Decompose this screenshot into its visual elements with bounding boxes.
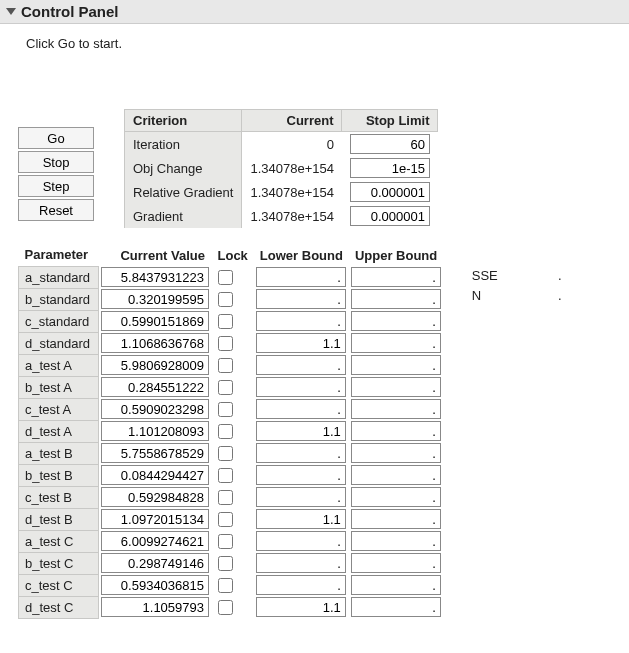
criteria-header-stop: Stop Limit — [342, 110, 438, 132]
param-lock-checkbox[interactable] — [218, 336, 233, 351]
sse-label: SSE — [472, 268, 498, 288]
param-lower-input[interactable] — [256, 377, 346, 397]
param-value-input[interactable] — [101, 355, 209, 375]
param-upper-input[interactable] — [351, 465, 441, 485]
param-value-input[interactable] — [101, 443, 209, 463]
param-value-input[interactable] — [101, 553, 209, 573]
param-lower-input[interactable] — [256, 487, 346, 507]
param-lock-checkbox[interactable] — [218, 314, 233, 329]
param-lock-checkbox[interactable] — [218, 468, 233, 483]
criteria-stop-input[interactable] — [350, 206, 430, 226]
param-value-input[interactable] — [101, 575, 209, 595]
param-value-input[interactable] — [101, 399, 209, 419]
param-upper-input[interactable] — [351, 267, 441, 287]
criteria-stop-input[interactable] — [350, 134, 430, 154]
param-lock-checkbox[interactable] — [218, 446, 233, 461]
param-value-input[interactable] — [101, 377, 209, 397]
param-lower-input[interactable] — [256, 531, 346, 551]
param-lower-input[interactable] — [256, 399, 346, 419]
param-upper-input[interactable] — [351, 421, 441, 441]
param-upper-input[interactable] — [351, 531, 441, 551]
param-value-input[interactable] — [101, 509, 209, 529]
param-lock-checkbox[interactable] — [218, 512, 233, 527]
criteria-row-label: Gradient — [125, 204, 242, 228]
param-name: b_standard — [19, 288, 99, 310]
param-name: c_test C — [19, 574, 99, 596]
param-lower-input[interactable] — [256, 553, 346, 573]
param-name: c_test B — [19, 486, 99, 508]
param-name: d_standard — [19, 332, 99, 354]
sse-value: . — [558, 268, 562, 288]
param-lock-checkbox[interactable] — [218, 270, 233, 285]
param-value-input[interactable] — [101, 421, 209, 441]
param-lower-input[interactable] — [256, 333, 346, 353]
param-upper-input[interactable] — [351, 509, 441, 529]
param-upper-input[interactable] — [351, 377, 441, 397]
param-header-parameter: Parameter — [19, 244, 99, 266]
param-lower-input[interactable] — [256, 311, 346, 331]
param-lock-checkbox[interactable] — [218, 358, 233, 373]
param-upper-input[interactable] — [351, 311, 441, 331]
param-lower-input[interactable] — [256, 267, 346, 287]
param-lower-input[interactable] — [256, 421, 346, 441]
stop-button[interactable]: Stop — [18, 151, 94, 173]
criteria-row-label: Obj Change — [125, 156, 242, 180]
param-value-input[interactable] — [101, 487, 209, 507]
criteria-row-current: 1.34078e+154 — [242, 156, 342, 180]
reset-button[interactable]: Reset — [18, 199, 94, 221]
param-name: d_test A — [19, 420, 99, 442]
param-name: a_standard — [19, 266, 99, 288]
param-lock-checkbox[interactable] — [218, 380, 233, 395]
param-lock-checkbox[interactable] — [218, 534, 233, 549]
param-value-input[interactable] — [101, 531, 209, 551]
criteria-row-current: 1.34078e+154 — [242, 180, 342, 204]
panel-header: Control Panel — [0, 0, 629, 24]
param-lower-input[interactable] — [256, 289, 346, 309]
go-button[interactable]: Go — [18, 127, 94, 149]
param-lock-checkbox[interactable] — [218, 490, 233, 505]
param-lock-checkbox[interactable] — [218, 424, 233, 439]
criteria-stop-input[interactable] — [350, 158, 430, 178]
param-value-input[interactable] — [101, 311, 209, 331]
param-upper-input[interactable] — [351, 597, 441, 617]
criteria-header-current: Current — [242, 110, 342, 132]
param-lock-checkbox[interactable] — [218, 292, 233, 307]
disclosure-triangle-icon[interactable] — [6, 8, 16, 15]
param-upper-input[interactable] — [351, 333, 441, 353]
panel-title: Control Panel — [21, 3, 119, 20]
param-header-upper: Upper Bound — [349, 244, 443, 266]
param-upper-input[interactable] — [351, 355, 441, 375]
param-name: a_test B — [19, 442, 99, 464]
button-column: Go Stop Step Reset — [18, 127, 94, 221]
param-value-input[interactable] — [101, 597, 209, 617]
param-lower-input[interactable] — [256, 509, 346, 529]
param-name: d_test B — [19, 508, 99, 530]
param-lower-input[interactable] — [256, 465, 346, 485]
param-lower-input[interactable] — [256, 597, 346, 617]
criteria-stop-input[interactable] — [350, 182, 430, 202]
param-lower-input[interactable] — [256, 575, 346, 595]
criteria-row-label: Iteration — [125, 132, 242, 157]
param-upper-input[interactable] — [351, 553, 441, 573]
param-upper-input[interactable] — [351, 443, 441, 463]
param-value-input[interactable] — [101, 333, 209, 353]
param-lock-checkbox[interactable] — [218, 600, 233, 615]
param-name: b_test A — [19, 376, 99, 398]
param-header-lower: Lower Bound — [254, 244, 349, 266]
param-lock-checkbox[interactable] — [218, 402, 233, 417]
param-lock-checkbox[interactable] — [218, 556, 233, 571]
param-value-input[interactable] — [101, 267, 209, 287]
param-upper-input[interactable] — [351, 487, 441, 507]
param-header-lock: Lock — [212, 244, 254, 266]
param-lock-checkbox[interactable] — [218, 578, 233, 593]
step-button[interactable]: Step — [18, 175, 94, 197]
param-lower-input[interactable] — [256, 355, 346, 375]
mid-section: Parameter Current Value Lock Lower Bound… — [0, 244, 629, 619]
param-value-input[interactable] — [101, 289, 209, 309]
param-name: a_test A — [19, 354, 99, 376]
param-lower-input[interactable] — [256, 443, 346, 463]
param-upper-input[interactable] — [351, 399, 441, 419]
param-upper-input[interactable] — [351, 575, 441, 595]
param-upper-input[interactable] — [351, 289, 441, 309]
param-value-input[interactable] — [101, 465, 209, 485]
